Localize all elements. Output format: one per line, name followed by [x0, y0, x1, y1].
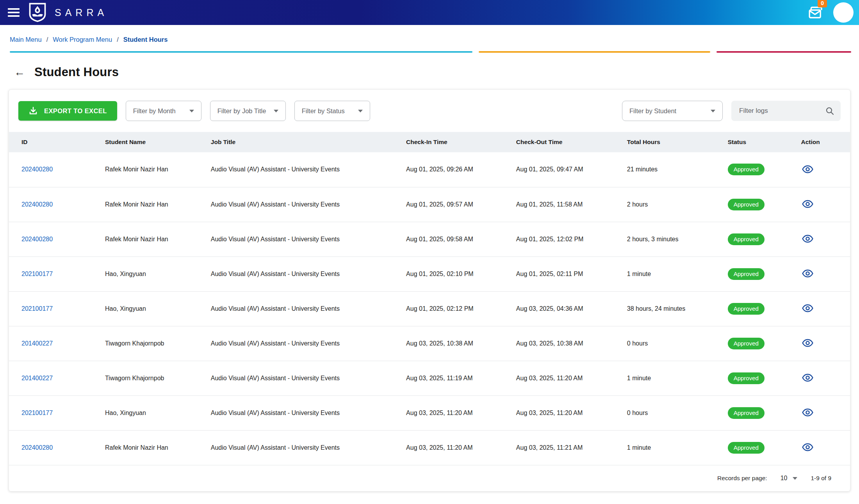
view-action-button[interactable] [801, 406, 814, 419]
student-id-link[interactable]: 202400280 [21, 444, 53, 451]
check-out-cell: Aug 03, 2025, 11:21 AM [512, 430, 623, 465]
eye-icon [802, 337, 814, 349]
search-icon [825, 106, 834, 116]
check-in-cell: Aug 01, 2025, 09:57 AM [402, 187, 512, 222]
check-out-cell: Aug 03, 2025, 10:38 AM [512, 326, 623, 361]
download-icon [29, 106, 38, 116]
chevron-down-icon [793, 477, 797, 480]
breadcrumb-work-program-menu[interactable]: Work Program Menu [53, 36, 112, 43]
eye-icon [802, 406, 814, 419]
check-out-cell: Aug 01, 2025, 02:11 PM [512, 256, 623, 291]
page-size-select[interactable]: 10 [781, 475, 798, 482]
breadcrumb-separator: / [117, 36, 119, 43]
breadcrumb-main-menu[interactable]: Main Menu [10, 36, 42, 43]
status-badge: Approved [728, 268, 765, 280]
filter-by-status-label: Filter by Status [302, 107, 345, 115]
view-action-button[interactable] [801, 232, 814, 246]
total-hours-cell: 2 hours [623, 187, 724, 222]
filter-by-student-dropdown[interactable]: Filter by Student [622, 101, 723, 121]
student-id-link[interactable]: 202400280 [21, 166, 53, 173]
eye-icon [802, 302, 814, 314]
student-id-link[interactable]: 202400280 [21, 201, 53, 208]
filter-by-status-dropdown[interactable]: Filter by Status [294, 101, 370, 121]
table-row: 202100177Hao, XingyuanAudio Visual (AV) … [9, 395, 850, 430]
view-action-button[interactable] [801, 267, 814, 280]
table-row: 202400280Rafek Monir Nazir HanAudio Visu… [9, 152, 850, 187]
column-header-job-title: Job Title [207, 132, 402, 152]
table-row: 201400227Tiwagorn KhajornpobAudio Visual… [9, 326, 850, 361]
total-hours-cell: 1 minute [623, 256, 724, 291]
toolbar: EXPORT TO EXCEL Filter by Month Filter b… [9, 90, 850, 132]
eye-icon [802, 372, 814, 384]
job-title-cell: Audio Visual (AV) Assistant - University… [207, 187, 402, 222]
eye-icon [802, 163, 814, 175]
student-id-link[interactable]: 201400227 [21, 375, 53, 381]
student-name-cell: Rafek Monir Nazir Han [101, 152, 207, 187]
tricolor-divider [10, 51, 851, 53]
check-out-cell: Aug 03, 2025, 11:20 AM [512, 395, 623, 430]
pagination-footer: Records per page: 10 1-9 of 9 [9, 465, 850, 491]
student-name-cell: Hao, Xingyuan [101, 395, 207, 430]
check-in-cell: Aug 03, 2025, 11:19 AM [402, 361, 512, 395]
student-id-link[interactable]: 202400280 [21, 236, 53, 242]
view-action-button[interactable] [801, 371, 814, 385]
total-hours-cell: 1 minute [623, 361, 724, 395]
student-name-cell: Hao, Xingyuan [101, 256, 207, 291]
total-hours-cell: 38 hours, 24 minutes [623, 291, 724, 326]
student-id-link[interactable]: 202100177 [21, 271, 53, 277]
student-id-link[interactable]: 201400227 [21, 340, 53, 347]
table-row: 202400280Rafek Monir Nazir HanAudio Visu… [9, 222, 850, 256]
page-size-value: 10 [781, 475, 788, 482]
messages-button[interactable]: 0 [807, 4, 825, 21]
breadcrumb-separator: / [46, 36, 48, 43]
check-in-cell: Aug 01, 2025, 09:58 AM [402, 222, 512, 256]
view-action-button[interactable] [801, 162, 814, 176]
check-in-cell: Aug 01, 2025, 02:12 PM [402, 291, 512, 326]
total-hours-cell: 2 hours, 3 minutes [623, 222, 724, 256]
chevron-down-icon [711, 110, 715, 112]
status-badge: Approved [728, 442, 765, 454]
check-in-cell: Aug 03, 2025, 11:20 AM [402, 430, 512, 465]
student-id-link[interactable]: 202100177 [21, 410, 53, 416]
search-input[interactable] [739, 107, 821, 115]
chevron-down-icon [274, 110, 278, 112]
eye-icon [802, 198, 814, 210]
export-to-excel-button[interactable]: EXPORT TO EXCEL [18, 101, 117, 121]
total-hours-cell: 0 hours [623, 395, 724, 430]
view-action-button[interactable] [801, 440, 814, 454]
eye-icon [802, 233, 814, 245]
filter-logs-searchbox[interactable] [731, 101, 841, 121]
column-header-action: Action [797, 132, 850, 152]
view-action-button[interactable] [801, 197, 814, 211]
view-action-button[interactable] [801, 301, 814, 315]
column-header-student-name: Student Name [101, 132, 207, 152]
student-name-cell: Rafek Monir Nazir Han [101, 430, 207, 465]
pagination-range: 1-9 of 9 [811, 475, 831, 482]
table-row: 201400227Tiwagorn KhajornpobAudio Visual… [9, 361, 850, 395]
check-in-cell: Aug 03, 2025, 11:20 AM [402, 395, 512, 430]
check-out-cell: Aug 03, 2025, 04:36 AM [512, 291, 623, 326]
user-avatar[interactable] [833, 2, 854, 23]
filter-by-month-label: Filter by Month [133, 107, 176, 115]
check-out-cell: Aug 03, 2025, 11:20 AM [512, 361, 623, 395]
status-badge: Approved [728, 233, 765, 245]
chevron-down-icon [358, 110, 363, 112]
student-name-cell: Rafek Monir Nazir Han [101, 187, 207, 222]
filter-by-job-title-dropdown[interactable]: Filter by Job Title [210, 101, 286, 121]
student-id-link[interactable]: 202100177 [21, 305, 53, 312]
menu-icon[interactable] [8, 8, 20, 17]
breadcrumb-current: Student Hours [123, 36, 168, 43]
view-action-button[interactable] [801, 336, 814, 350]
filter-by-month-dropdown[interactable]: Filter by Month [126, 101, 201, 121]
filter-by-job-title-label: Filter by Job Title [217, 107, 266, 115]
back-button[interactable]: ← [14, 67, 25, 78]
content-card: EXPORT TO EXCEL Filter by Month Filter b… [9, 89, 850, 492]
column-header-status: Status [724, 132, 797, 152]
column-header-total-hours: Total Hours [623, 132, 724, 152]
app-logo-shield-icon [29, 3, 46, 22]
job-title-cell: Audio Visual (AV) Assistant - University… [207, 291, 402, 326]
column-header-check-out: Check-Out Time [512, 132, 623, 152]
check-in-cell: Aug 01, 2025, 09:26 AM [402, 152, 512, 187]
total-hours-cell: 21 minutes [623, 152, 724, 187]
status-badge: Approved [728, 164, 765, 175]
